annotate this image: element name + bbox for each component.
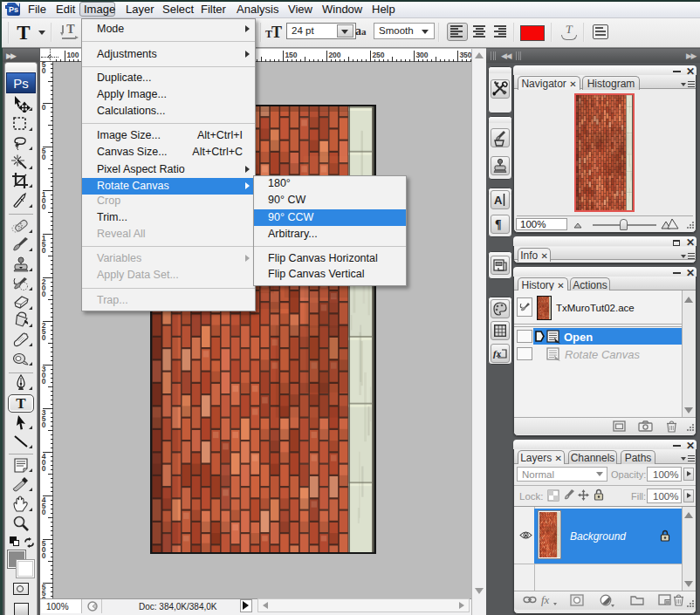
svg-text:fx: fx xyxy=(493,348,502,359)
svg-text:A: A xyxy=(494,194,503,207)
svg-text:¶: ¶ xyxy=(495,218,502,231)
